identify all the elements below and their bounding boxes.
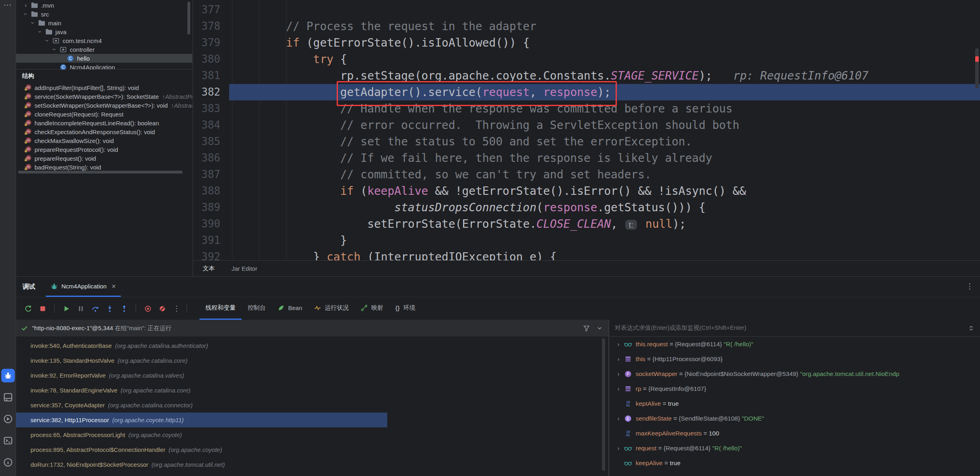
code-line[interactable]: 381 rp.setStage(org.apache.coyote.Consta… (193, 67, 980, 84)
collapsed-chevron-icon[interactable]: › (614, 341, 623, 347)
expand-collapse-icon[interactable] (968, 325, 974, 331)
collapsed-chevron-icon[interactable]: › (614, 415, 623, 422)
structure-method-item[interactable]: mhandleIncompleteRequestLineRead(): bool… (16, 118, 192, 127)
rail-tool-panel[interactable] (1, 390, 15, 404)
collapsed-chevron-icon[interactable]: › (614, 386, 623, 392)
stop-button[interactable] (36, 302, 49, 315)
tree-item-controller[interactable]: ›controller (16, 45, 192, 54)
structure-method-item[interactable]: mprepareRequest(): void (16, 154, 192, 163)
tree-item-com.test.ncm4[interactable]: ›com.test.ncm4 (16, 36, 192, 45)
mute-breakpoints-button[interactable] (156, 302, 169, 315)
debug-session-tab[interactable]: Ncm4Application ✕ (46, 277, 121, 297)
variable-row[interactable]: ›PsocketWrapper = {NioEndpoint$NioSocket… (610, 366, 980, 381)
line-number[interactable]: 385 (193, 133, 229, 150)
line-number[interactable]: 382 (193, 84, 229, 100)
line-number[interactable]: 386 (193, 150, 229, 166)
frames-scrollbar[interactable] (602, 338, 605, 471)
horizontal-scrollbar[interactable] (18, 171, 183, 174)
evaluate-expression-field[interactable]: 对表达式求值(Enter)或添加监视(Ctrl+Shift+Enter) (610, 320, 980, 337)
collapsed-chevron-icon[interactable]: › (614, 356, 623, 362)
code-line[interactable]: 379 if (getErrorState().isIoAllowed()) { (193, 35, 980, 51)
tree-item-java[interactable]: ›java (16, 27, 192, 36)
code-line[interactable]: 389 statusDropsConnection(response.getSt… (193, 199, 980, 216)
debug-tab-Bean[interactable]: Bean (272, 297, 308, 320)
line-number[interactable]: 380 (193, 51, 229, 67)
stack-frame[interactable]: invoke:135, StandardHostValve(org.apache… (16, 353, 608, 368)
stack-frame[interactable]: service:357, CoyoteAdapter(org.apache.ca… (16, 398, 608, 413)
rail-tool-debug[interactable] (1, 369, 15, 382)
line-number[interactable]: 384 (193, 117, 229, 133)
code-line[interactable]: 388 if (keepAlive && !getErrorState().is… (193, 183, 980, 199)
structure-method-item[interactable]: mcloneRequest(Request): Request (16, 110, 192, 118)
stack-frame[interactable]: invoke:540, AuthenticatorBase(org.apache… (16, 338, 608, 353)
rail-tool-info[interactable] (1, 456, 15, 469)
rail-tool-play-circle[interactable] (1, 412, 15, 426)
vertical-scrollbar[interactable] (187, 2, 190, 35)
resume-button[interactable] (60, 302, 73, 315)
structure-method-item[interactable]: mservice(SocketWrapperBase<?>): SocketSt… (16, 92, 192, 101)
close-icon[interactable]: ✕ (112, 283, 116, 290)
thread-selector[interactable]: "http-nio-8080-exec-1"@5,344 在组"main": 正… (16, 320, 608, 337)
kebab-button[interactable]: ⋮ (170, 302, 183, 315)
rerun-button[interactable] (22, 302, 35, 315)
expanded-chevron-icon[interactable]: › (28, 19, 37, 27)
line-number[interactable]: 379 (193, 35, 229, 51)
line-number[interactable]: 388 (193, 183, 229, 199)
collapsed-chevron-icon[interactable]: › (614, 445, 623, 451)
variable-row[interactable]: 1001maxKeepAliveRequests = 100 (610, 426, 980, 441)
line-number[interactable]: 378 (193, 18, 229, 35)
view-breakpoints-button[interactable] (141, 302, 154, 315)
structure-method-item[interactable]: mbadRequest(String): void (16, 163, 192, 172)
code-line[interactable]: 378 // Process the request in the adapte… (193, 18, 980, 35)
code-line[interactable]: 383 // Handle when the response was comm… (193, 100, 980, 117)
line-number[interactable]: 383 (193, 100, 229, 117)
step-into-button[interactable] (103, 302, 116, 315)
structure-method-item[interactable]: maddInputFilter(InputFilter[], String): … (16, 83, 192, 92)
editor-scrollbar-thumb[interactable] (975, 48, 979, 88)
expanded-chevron-icon[interactable]: › (36, 28, 45, 36)
structure-method-item[interactable]: mprepareRequestProtocol(): void (16, 145, 192, 154)
stack-frame[interactable]: service:382, Http11Processor(org.apache.… (16, 413, 387, 427)
variable-row[interactable]: ›rp = {RequestInfo@6107} (610, 381, 980, 396)
expanded-chevron-icon[interactable]: › (50, 45, 59, 53)
variable-row[interactable]: ›this.request = {Request@6114} "R( /hell… (610, 337, 980, 351)
structure-method-item[interactable]: msetSocketWrapper(SocketWrapperBase<?>):… (16, 101, 192, 110)
filter-funnel-icon[interactable] (583, 325, 590, 332)
code-line[interactable]: 392 } catch (InterruptedIOException e) { (193, 249, 980, 260)
debug-tab-映射[interactable]: 映射 (355, 297, 389, 320)
code-line[interactable]: 390 setErrorState(ErrorState.CLOSE_CLEAN… (193, 216, 980, 232)
debug-tab-线程和变量[interactable]: 线程和变量 (199, 297, 242, 320)
step-out-button[interactable] (118, 302, 130, 315)
line-number[interactable]: 390 (193, 216, 229, 232)
line-number[interactable]: 387 (193, 166, 229, 183)
line-number[interactable]: 391 (193, 232, 229, 249)
variable-row[interactable]: 1001keptAlive = true (610, 396, 980, 411)
code-line[interactable]: 382 getAdapter().service(request, respon… (193, 84, 980, 100)
tree-item-.mvn[interactable]: ›.mvn (16, 1, 192, 10)
stack-frame[interactable]: invoke:92, ErrorReportValve(org.apache.c… (16, 368, 608, 383)
rail-tool-terminal[interactable] (1, 434, 15, 447)
more-tool-windows-icon[interactable]: ⋯ (0, 0, 16, 10)
line-number[interactable]: 381 (193, 67, 229, 84)
editor-tab-Jar Editor[interactable]: Jar Editor (232, 265, 257, 272)
debug-tab-控制台[interactable]: 控制台 (242, 297, 272, 320)
stack-frame[interactable]: run:49, SocketProcessorBase(org.apache.t… (16, 472, 608, 476)
execution-stripe-marker[interactable] (975, 56, 979, 62)
tree-item-hello[interactable]: Chello (16, 54, 192, 63)
code-line[interactable]: 385 // set the status to 500 and set the… (193, 133, 980, 150)
structure-method-item[interactable]: mcheckMaxSwallowSize(): void (16, 136, 192, 145)
variable-row[interactable]: ›request = {Request@6114} "R( /hello)" (610, 441, 980, 456)
stack-frame[interactable]: process:895, AbstractProtocol$Connection… (16, 442, 608, 457)
tree-item-main[interactable]: ›main (16, 18, 192, 27)
code-line[interactable]: 386 // If we fail here, then the respons… (193, 150, 980, 166)
step-over-button[interactable] (89, 302, 102, 315)
debug-tab-环境[interactable]: {}环境 (389, 297, 421, 320)
expanded-chevron-icon[interactable]: › (21, 10, 30, 18)
expanded-chevron-icon[interactable]: › (43, 37, 52, 45)
tree-item-src[interactable]: ›src (16, 10, 192, 18)
editor-tab-文本[interactable]: 文本 (203, 265, 215, 272)
collapsed-chevron-icon[interactable]: › (614, 371, 623, 377)
stack-frame[interactable]: invoke:78, StandardEngineValve(org.apach… (16, 383, 608, 398)
variable-row[interactable]: ›this = {Http11Processor@6093} (610, 351, 980, 366)
kebab-menu-icon[interactable]: ⋮ (966, 282, 974, 291)
